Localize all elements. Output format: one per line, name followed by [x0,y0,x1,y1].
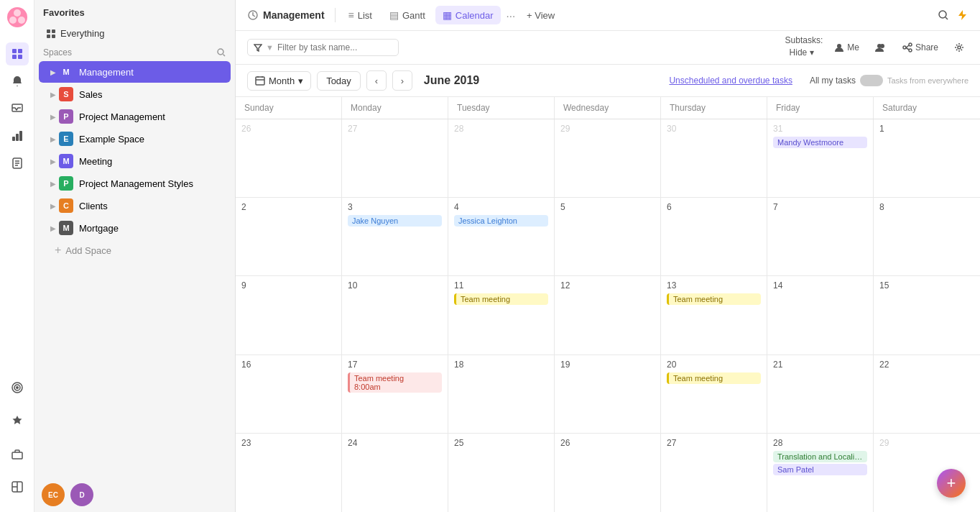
today-button[interactable]: Today [317,71,361,91]
add-view-button[interactable]: + View [521,6,560,24]
nav-board[interactable] [6,475,29,498]
sidebar-item-project-management-styles[interactable]: ▶ P Project Management Styles [39,173,231,194]
calendar-cell[interactable]: 18 [448,355,555,433]
sidebar-item-clients[interactable]: ▶ C Clients [39,195,231,216]
calendar-cell[interactable]: 14 [767,276,874,354]
svg-rect-4 [12,49,17,53]
cell-date: 30 [667,124,761,134]
calendar-cell[interactable]: 23 [236,434,342,512]
calendar-event[interactable]: Team meeting [667,372,761,384]
fab-button[interactable]: + [937,469,966,498]
calendar-cell[interactable]: 27 [661,434,767,512]
calendar-cell[interactable]: 16 [236,355,342,433]
calendar-event[interactable]: Sam Patel [773,464,867,475]
sidebar-item-sales[interactable]: ▶ S Sales [39,83,231,105]
calendar-cell[interactable]: 7 [767,198,874,275]
sidebar: Favorites Everything Spaces ▶ M Manageme… [34,0,236,512]
calendar-cell[interactable]: 19 [555,355,661,433]
calendar-cell[interactable]: 13Team meeting [661,276,767,354]
nav-docs[interactable] [6,152,29,175]
sidebar-item-mortgage[interactable]: ▶ M Mortgage [39,217,231,239]
app-logo[interactable] [6,6,29,29]
calendar-cell[interactable]: 21 [767,355,874,433]
chevron-icon: ▶ [50,224,56,232]
hide-subtasks-button[interactable]: Hide ▾ [785,45,823,60]
cell-date: 7 [773,202,867,212]
nav-goals[interactable] [6,376,29,399]
filter-button[interactable]: ▼ [247,39,399,56]
calendar-cell[interactable]: 17Team meeting8:00am [342,355,448,433]
nav-rewards[interactable] [6,409,29,432]
sidebar-item-example-space[interactable]: ▶ E Example Space [39,128,231,150]
month-picker-button[interactable]: Month ▾ [247,71,311,91]
calendar-cell[interactable]: 31Mandy Westmoore [767,119,874,197]
calendar-event[interactable]: Mandy Westmoore [773,137,867,148]
more-views-button[interactable]: ··· [504,9,519,22]
calendar-event[interactable]: Jessica Leighton [454,215,548,227]
tab-gantt[interactable]: ▤ Gantt [382,6,433,24]
prev-month-button[interactable]: ‹ [366,70,387,91]
calendar-cell[interactable]: 9 [236,276,342,354]
calendar-cell[interactable]: 11Team meeting [448,276,555,354]
next-month-button[interactable]: › [392,70,412,91]
calendar-cell[interactable]: 2 [236,198,342,275]
tab-calendar[interactable]: ▦ Calendar [435,6,501,24]
all-my-tasks-toggle[interactable] [860,75,883,86]
sidebar-item-management[interactable]: ▶ M Management [39,61,231,83]
filter-input[interactable] [277,42,392,52]
unscheduled-link[interactable]: Unscheduled and overdue tasks [669,76,792,86]
calendar-event[interactable]: Team meeting [454,293,548,305]
calendar-cell[interactable]: 22 [874,355,980,433]
cell-date: 11 [454,280,548,291]
add-space-button[interactable]: + Add Space [39,240,231,260]
lightning-icon[interactable] [956,9,969,22]
calendar-event[interactable]: Jake Nguyen [348,215,442,227]
calendar-cell[interactable]: 8 [874,198,980,275]
calendar-cell[interactable]: 26 [236,119,342,197]
calendar-cell[interactable]: 29 [874,434,980,512]
calendar-cell[interactable]: 27 [342,119,448,197]
share-button[interactable]: Share [898,40,943,55]
nav-briefcase[interactable] [6,442,29,465]
calendar-cell[interactable]: 29 [555,119,661,197]
calendar-cell[interactable]: 26 [555,434,661,512]
calendar-cell[interactable]: 10 [342,276,448,354]
calendar-cell[interactable]: 5 [555,198,661,275]
svg-rect-19 [12,452,22,459]
calendar-cell[interactable]: 1 [874,119,980,197]
avatar-ec[interactable]: EC [42,483,65,506]
people-button[interactable] [871,40,891,55]
calendar-event[interactable]: Translation and Localization [773,451,867,462]
calendar-cell[interactable]: 25 [448,434,555,512]
calendar-cell[interactable]: 24 [342,434,448,512]
calendar-cell[interactable]: 28 [448,119,555,197]
search-header-icon[interactable] [937,9,950,22]
space-label: Management [79,67,223,78]
calendar-cell[interactable]: 12 [555,276,661,354]
calendar-cell[interactable]: 28Translation and LocalizationSam Patel [767,434,874,512]
nav-inbox[interactable] [6,97,29,120]
nav-dashboards[interactable] [6,124,29,147]
main-content: Management ≡ List ▤ Gantt ▦ Calendar ···… [236,0,980,512]
calendar-cell[interactable]: 6 [661,198,767,275]
calendar-event[interactable]: Team meeting [667,293,761,305]
calendar-cell[interactable]: 3Jake Nguyen [342,198,448,275]
avatar-d[interactable]: D [70,483,93,506]
calendar-week: 91011Team meeting1213Team meeting1415 [236,276,980,355]
calendar-cell[interactable]: 4Jessica Leighton [448,198,555,275]
tab-list[interactable]: ≡ List [341,6,379,24]
tab-calendar-label: Calendar [456,10,494,21]
sidebar-item-project-management[interactable]: ▶ P Project Management [39,106,231,127]
search-icon[interactable] [216,47,226,58]
everything-item[interactable]: Everything [40,25,110,42]
sidebar-item-meeting[interactable]: ▶ M Meeting [39,150,231,172]
settings-button[interactable] [950,40,969,55]
calendar-cell[interactable]: 15 [874,276,980,354]
nav-home[interactable] [6,42,29,65]
toolbar-left: ▼ [247,39,399,56]
me-button[interactable]: Me [830,40,864,55]
nav-notifications[interactable] [6,70,29,93]
calendar-cell[interactable]: 30 [661,119,767,197]
calendar-event[interactable]: Team meeting8:00am [348,372,442,393]
calendar-cell[interactable]: 20Team meeting [661,355,767,433]
